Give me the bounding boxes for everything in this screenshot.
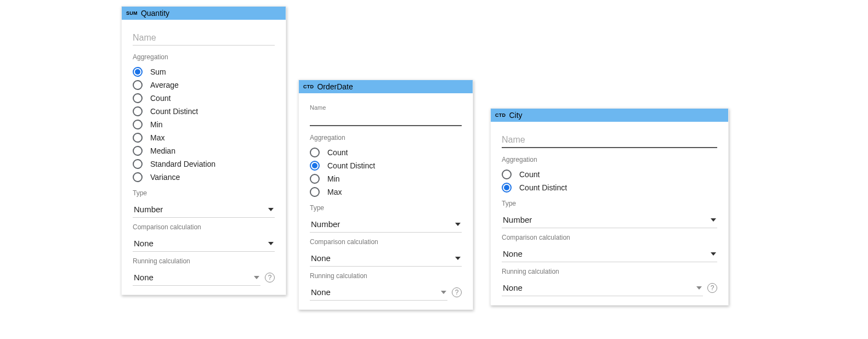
chevron-down-icon	[455, 223, 461, 226]
aggregation-option-max[interactable]: Max	[310, 185, 462, 199]
panel-body: Aggregation SumAverageCountCount Distinc…	[122, 20, 286, 295]
panel-title: OrderDate	[317, 82, 353, 91]
comparison-value: None	[134, 239, 154, 248]
comparison-select[interactable]: None	[502, 246, 717, 262]
radio-label: Count	[150, 94, 171, 103]
field-panel-city: CTD City Aggregation CountCount Distinct…	[490, 108, 729, 306]
aggregation-option-min[interactable]: Min	[133, 118, 275, 131]
panel-body: Name Aggregation CountCount DistinctMinM…	[299, 93, 473, 309]
chevron-down-icon	[711, 252, 716, 256]
radio-label: Min	[150, 120, 163, 129]
type-label: Type	[133, 189, 275, 197]
panel-body: Aggregation CountCount Distinct Type Num…	[491, 122, 728, 305]
aggregation-option-count-distinct[interactable]: Count Distinct	[133, 105, 275, 118]
type-select[interactable]: Number	[133, 201, 275, 218]
aggregation-label: Aggregation	[310, 134, 462, 142]
radio-label: Count	[519, 170, 540, 179]
radio-label: Count	[327, 148, 348, 157]
panel-header[interactable]: CTD OrderDate	[299, 80, 473, 93]
running-select[interactable]: None	[133, 269, 260, 286]
type-value: Number	[503, 215, 532, 224]
running-row: None ?	[133, 269, 275, 286]
running-label: Running calculation	[502, 268, 717, 275]
name-input[interactable]	[502, 133, 717, 148]
comparison-label: Comparison calculation	[310, 238, 462, 246]
radio-label: Max	[150, 133, 164, 142]
chevron-down-icon	[254, 276, 259, 279]
panel-title: City	[509, 111, 522, 120]
aggregation-label: Aggregation	[502, 156, 717, 163]
chevron-down-icon	[696, 286, 702, 290]
aggregation-option-standard-deviation[interactable]: Standard Deviation	[133, 157, 275, 171]
aggregation-badge: SUM	[126, 10, 138, 16]
radio-label: Count Distinct	[519, 183, 567, 192]
running-select[interactable]: None	[310, 284, 447, 301]
aggregation-option-count[interactable]: Count	[310, 146, 462, 159]
running-row: None ?	[310, 284, 462, 301]
radio-icon	[133, 93, 143, 103]
name-input[interactable]	[310, 111, 462, 126]
radio-label: Standard Deviation	[150, 160, 215, 168]
aggregation-option-average[interactable]: Average	[133, 78, 275, 92]
help-icon[interactable]: ?	[452, 287, 462, 297]
aggregation-option-median[interactable]: Median	[133, 144, 275, 157]
type-select[interactable]: Number	[310, 216, 462, 233]
field-panel-orderdate: CTD OrderDate Name Aggregation CountCoun…	[298, 80, 473, 310]
type-label: Type	[502, 200, 717, 207]
aggregation-option-count-distinct[interactable]: Count Distinct	[310, 159, 462, 172]
name-label: Name	[310, 104, 462, 111]
aggregation-option-count-distinct[interactable]: Count Distinct	[502, 181, 717, 194]
radio-label: Sum	[150, 67, 166, 76]
radio-icon	[133, 146, 143, 156]
radio-icon	[133, 172, 143, 182]
running-select[interactable]: None	[502, 280, 703, 296]
type-select[interactable]: Number	[502, 212, 717, 228]
radio-icon	[502, 183, 512, 193]
help-icon[interactable]: ?	[707, 283, 717, 293]
chevron-down-icon	[455, 257, 461, 260]
radio-icon	[133, 159, 143, 169]
name-input[interactable]	[133, 31, 275, 46]
radio-icon	[502, 170, 512, 179]
field-panel-quantity: SUM Quantity Aggregation SumAverageCount…	[121, 6, 286, 295]
panel-header[interactable]: CTD City	[491, 109, 728, 122]
radio-icon	[133, 80, 143, 90]
radio-icon	[310, 161, 320, 171]
aggregation-option-max[interactable]: Max	[133, 131, 275, 144]
running-value: None	[134, 273, 154, 282]
comparison-value: None	[311, 253, 331, 263]
radio-label: Max	[327, 188, 342, 196]
radio-icon	[310, 174, 320, 184]
running-value: None	[311, 287, 331, 297]
aggregation-option-variance[interactable]: Variance	[133, 171, 275, 184]
radio-label: Min	[327, 174, 340, 183]
running-label: Running calculation	[133, 257, 275, 265]
radio-icon	[133, 67, 143, 77]
aggregation-options: CountCount Distinct	[502, 168, 717, 194]
aggregation-options: CountCount DistinctMinMax	[310, 146, 462, 199]
radio-label: Average	[150, 81, 179, 89]
comparison-label: Comparison calculation	[133, 223, 275, 231]
comparison-select[interactable]: None	[133, 235, 275, 252]
aggregation-options: SumAverageCountCount DistinctMinMaxMedia…	[133, 65, 275, 184]
help-icon[interactable]: ?	[265, 273, 275, 282]
panel-header[interactable]: SUM Quantity	[122, 7, 286, 20]
aggregation-option-count[interactable]: Count	[133, 92, 275, 105]
running-value: None	[503, 283, 523, 292]
name-field-block	[133, 31, 275, 46]
radio-label: Variance	[150, 173, 180, 182]
comparison-value: None	[503, 249, 523, 258]
aggregation-badge: CTD	[303, 84, 314, 89]
radio-label: Count Distinct	[150, 107, 198, 116]
radio-icon	[310, 148, 320, 157]
chevron-down-icon	[268, 242, 274, 245]
comparison-select[interactable]: None	[310, 250, 462, 267]
aggregation-option-sum[interactable]: Sum	[133, 65, 275, 78]
type-label: Type	[310, 204, 462, 212]
radio-icon	[310, 187, 320, 197]
name-field-block: Name	[310, 104, 462, 126]
radio-label: Median	[150, 146, 175, 155]
radio-label: Count Distinct	[327, 161, 375, 170]
aggregation-option-min[interactable]: Min	[310, 172, 462, 185]
aggregation-option-count[interactable]: Count	[502, 168, 717, 181]
